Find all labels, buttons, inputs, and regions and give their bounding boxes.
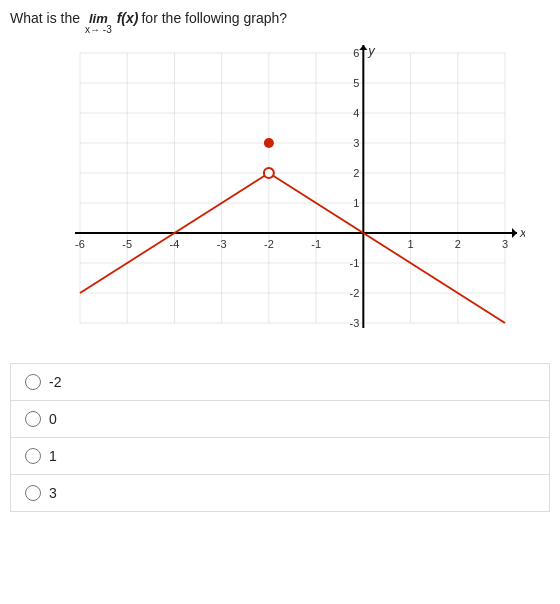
option-label: 1 (49, 448, 57, 464)
option-label: 3 (49, 485, 57, 501)
func-label: f(x) (117, 10, 139, 26)
limit-notation: lim x→ -3 (85, 12, 112, 35)
radio-opt-1[interactable] (25, 448, 41, 464)
question-prefix: What is the (10, 10, 80, 26)
radio-opt-0[interactable] (25, 411, 41, 427)
question-text: What is the lim x→ -3 f(x) for the follo… (10, 10, 550, 35)
graph-canvas (35, 43, 525, 353)
graph-container (35, 43, 525, 353)
question-suffix: for the following graph? (141, 10, 287, 26)
option-opt-neg2[interactable]: -2 (10, 363, 550, 400)
radio-opt-3[interactable] (25, 485, 41, 501)
option-opt-1[interactable]: 1 (10, 437, 550, 474)
option-label: -2 (49, 374, 61, 390)
options-list: -2013 (10, 363, 550, 512)
option-opt-0[interactable]: 0 (10, 400, 550, 437)
option-label: 0 (49, 411, 57, 427)
lim-sub: x→ -3 (85, 25, 112, 35)
option-opt-3[interactable]: 3 (10, 474, 550, 512)
radio-opt-neg2[interactable] (25, 374, 41, 390)
